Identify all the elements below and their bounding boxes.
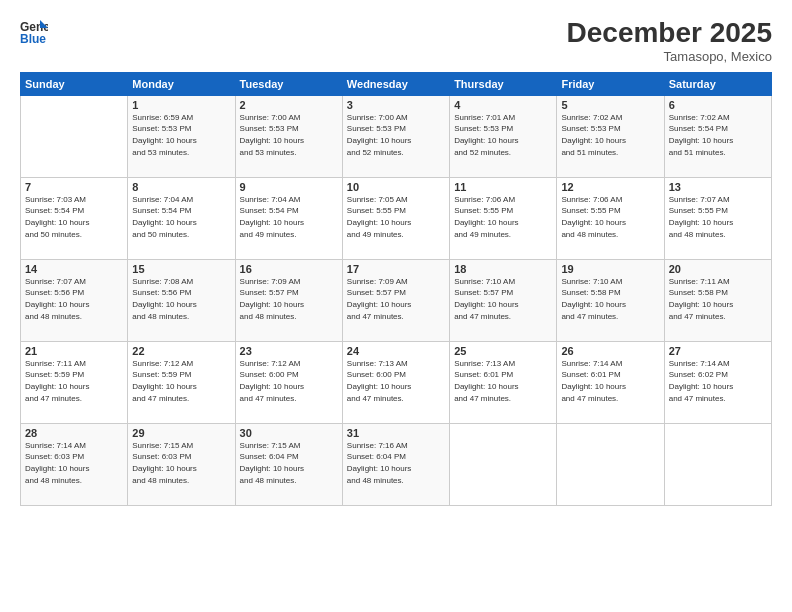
day-number: 18 <box>454 263 552 275</box>
calendar-cell: 6Sunrise: 7:02 AM Sunset: 5:54 PM Daylig… <box>664 95 771 177</box>
day-number: 28 <box>25 427 123 439</box>
day-number: 26 <box>561 345 659 357</box>
day-info: Sunrise: 7:07 AM Sunset: 5:56 PM Dayligh… <box>25 276 123 322</box>
weekday-header: Monday <box>128 72 235 95</box>
day-info: Sunrise: 7:06 AM Sunset: 5:55 PM Dayligh… <box>561 194 659 240</box>
calendar-cell: 23Sunrise: 7:12 AM Sunset: 6:00 PM Dayli… <box>235 341 342 423</box>
calendar-body: 1Sunrise: 6:59 AM Sunset: 5:53 PM Daylig… <box>21 95 772 505</box>
calendar-cell: 28Sunrise: 7:14 AM Sunset: 6:03 PM Dayli… <box>21 423 128 505</box>
day-number: 23 <box>240 345 338 357</box>
calendar-cell: 10Sunrise: 7:05 AM Sunset: 5:55 PM Dayli… <box>342 177 449 259</box>
calendar-cell: 18Sunrise: 7:10 AM Sunset: 5:57 PM Dayli… <box>450 259 557 341</box>
day-info: Sunrise: 7:04 AM Sunset: 5:54 PM Dayligh… <box>240 194 338 240</box>
day-number: 4 <box>454 99 552 111</box>
day-number: 1 <box>132 99 230 111</box>
calendar-cell: 15Sunrise: 7:08 AM Sunset: 5:56 PM Dayli… <box>128 259 235 341</box>
calendar-cell <box>450 423 557 505</box>
day-number: 12 <box>561 181 659 193</box>
day-info: Sunrise: 7:09 AM Sunset: 5:57 PM Dayligh… <box>240 276 338 322</box>
day-info: Sunrise: 7:12 AM Sunset: 5:59 PM Dayligh… <box>132 358 230 404</box>
weekday-header: Wednesday <box>342 72 449 95</box>
day-info: Sunrise: 6:59 AM Sunset: 5:53 PM Dayligh… <box>132 112 230 158</box>
day-info: Sunrise: 7:03 AM Sunset: 5:54 PM Dayligh… <box>25 194 123 240</box>
page: General Blue December 2025 Tamasopo, Mex… <box>0 0 792 612</box>
calendar-cell: 2Sunrise: 7:00 AM Sunset: 5:53 PM Daylig… <box>235 95 342 177</box>
day-number: 31 <box>347 427 445 439</box>
header: General Blue December 2025 Tamasopo, Mex… <box>20 18 772 64</box>
calendar-cell: 19Sunrise: 7:10 AM Sunset: 5:58 PM Dayli… <box>557 259 664 341</box>
calendar-cell: 7Sunrise: 7:03 AM Sunset: 5:54 PM Daylig… <box>21 177 128 259</box>
day-info: Sunrise: 7:14 AM Sunset: 6:01 PM Dayligh… <box>561 358 659 404</box>
calendar-cell: 20Sunrise: 7:11 AM Sunset: 5:58 PM Dayli… <box>664 259 771 341</box>
day-number: 24 <box>347 345 445 357</box>
day-number: 7 <box>25 181 123 193</box>
calendar-header-row: SundayMondayTuesdayWednesdayThursdayFrid… <box>21 72 772 95</box>
calendar-cell: 30Sunrise: 7:15 AM Sunset: 6:04 PM Dayli… <box>235 423 342 505</box>
day-info: Sunrise: 7:15 AM Sunset: 6:04 PM Dayligh… <box>240 440 338 486</box>
calendar-week-row: 7Sunrise: 7:03 AM Sunset: 5:54 PM Daylig… <box>21 177 772 259</box>
calendar-cell: 11Sunrise: 7:06 AM Sunset: 5:55 PM Dayli… <box>450 177 557 259</box>
calendar-week-row: 21Sunrise: 7:11 AM Sunset: 5:59 PM Dayli… <box>21 341 772 423</box>
calendar-cell: 21Sunrise: 7:11 AM Sunset: 5:59 PM Dayli… <box>21 341 128 423</box>
day-info: Sunrise: 7:00 AM Sunset: 5:53 PM Dayligh… <box>240 112 338 158</box>
day-info: Sunrise: 7:09 AM Sunset: 5:57 PM Dayligh… <box>347 276 445 322</box>
day-info: Sunrise: 7:12 AM Sunset: 6:00 PM Dayligh… <box>240 358 338 404</box>
calendar-cell: 29Sunrise: 7:15 AM Sunset: 6:03 PM Dayli… <box>128 423 235 505</box>
logo: General Blue <box>20 18 50 46</box>
day-info: Sunrise: 7:08 AM Sunset: 5:56 PM Dayligh… <box>132 276 230 322</box>
day-number: 22 <box>132 345 230 357</box>
day-info: Sunrise: 7:11 AM Sunset: 5:59 PM Dayligh… <box>25 358 123 404</box>
day-number: 16 <box>240 263 338 275</box>
day-number: 13 <box>669 181 767 193</box>
day-number: 10 <box>347 181 445 193</box>
calendar-cell: 22Sunrise: 7:12 AM Sunset: 5:59 PM Dayli… <box>128 341 235 423</box>
day-info: Sunrise: 7:10 AM Sunset: 5:57 PM Dayligh… <box>454 276 552 322</box>
calendar-cell: 5Sunrise: 7:02 AM Sunset: 5:53 PM Daylig… <box>557 95 664 177</box>
calendar-cell: 3Sunrise: 7:00 AM Sunset: 5:53 PM Daylig… <box>342 95 449 177</box>
day-info: Sunrise: 7:04 AM Sunset: 5:54 PM Dayligh… <box>132 194 230 240</box>
day-number: 5 <box>561 99 659 111</box>
location: Tamasopo, Mexico <box>567 49 772 64</box>
calendar-cell: 27Sunrise: 7:14 AM Sunset: 6:02 PM Dayli… <box>664 341 771 423</box>
calendar-week-row: 28Sunrise: 7:14 AM Sunset: 6:03 PM Dayli… <box>21 423 772 505</box>
day-info: Sunrise: 7:14 AM Sunset: 6:02 PM Dayligh… <box>669 358 767 404</box>
day-number: 30 <box>240 427 338 439</box>
day-number: 3 <box>347 99 445 111</box>
calendar-cell <box>557 423 664 505</box>
day-number: 8 <box>132 181 230 193</box>
calendar-cell <box>21 95 128 177</box>
calendar-cell: 1Sunrise: 6:59 AM Sunset: 5:53 PM Daylig… <box>128 95 235 177</box>
calendar-cell: 24Sunrise: 7:13 AM Sunset: 6:00 PM Dayli… <box>342 341 449 423</box>
calendar-cell: 4Sunrise: 7:01 AM Sunset: 5:53 PM Daylig… <box>450 95 557 177</box>
day-info: Sunrise: 7:07 AM Sunset: 5:55 PM Dayligh… <box>669 194 767 240</box>
day-number: 11 <box>454 181 552 193</box>
day-number: 9 <box>240 181 338 193</box>
weekday-header: Friday <box>557 72 664 95</box>
weekday-header: Thursday <box>450 72 557 95</box>
day-number: 21 <box>25 345 123 357</box>
day-info: Sunrise: 7:06 AM Sunset: 5:55 PM Dayligh… <box>454 194 552 240</box>
day-info: Sunrise: 7:13 AM Sunset: 6:01 PM Dayligh… <box>454 358 552 404</box>
day-number: 15 <box>132 263 230 275</box>
title-block: December 2025 Tamasopo, Mexico <box>567 18 772 64</box>
day-number: 14 <box>25 263 123 275</box>
day-info: Sunrise: 7:16 AM Sunset: 6:04 PM Dayligh… <box>347 440 445 486</box>
calendar-cell: 14Sunrise: 7:07 AM Sunset: 5:56 PM Dayli… <box>21 259 128 341</box>
weekday-header: Saturday <box>664 72 771 95</box>
logo-icon: General Blue <box>20 18 48 46</box>
calendar-cell: 8Sunrise: 7:04 AM Sunset: 5:54 PM Daylig… <box>128 177 235 259</box>
svg-text:Blue: Blue <box>20 32 46 46</box>
day-info: Sunrise: 7:10 AM Sunset: 5:58 PM Dayligh… <box>561 276 659 322</box>
calendar-cell: 13Sunrise: 7:07 AM Sunset: 5:55 PM Dayli… <box>664 177 771 259</box>
calendar-week-row: 1Sunrise: 6:59 AM Sunset: 5:53 PM Daylig… <box>21 95 772 177</box>
month-title: December 2025 <box>567 18 772 49</box>
day-number: 6 <box>669 99 767 111</box>
day-number: 25 <box>454 345 552 357</box>
calendar-cell: 26Sunrise: 7:14 AM Sunset: 6:01 PM Dayli… <box>557 341 664 423</box>
calendar-cell: 25Sunrise: 7:13 AM Sunset: 6:01 PM Dayli… <box>450 341 557 423</box>
weekday-header: Tuesday <box>235 72 342 95</box>
day-info: Sunrise: 7:00 AM Sunset: 5:53 PM Dayligh… <box>347 112 445 158</box>
calendar-table: SundayMondayTuesdayWednesdayThursdayFrid… <box>20 72 772 506</box>
day-number: 27 <box>669 345 767 357</box>
calendar-cell: 12Sunrise: 7:06 AM Sunset: 5:55 PM Dayli… <box>557 177 664 259</box>
